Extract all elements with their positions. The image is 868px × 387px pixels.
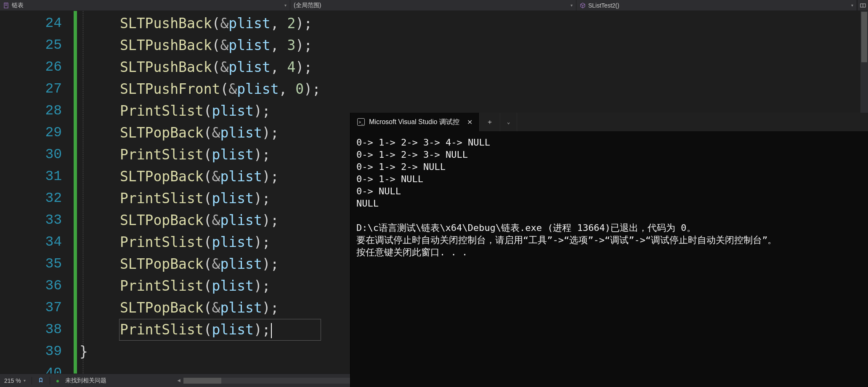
breadcrumb-file-label: 链表	[12, 2, 24, 9]
line-number: 26	[0, 56, 62, 78]
line-number-gutter: 2425262728293031323334353637383940	[0, 11, 74, 374]
breadcrumb-scope-label: (全局范围)	[294, 2, 321, 9]
breadcrumb-file[interactable]: 链表 ▾	[0, 0, 290, 11]
chevron-down-icon: ▾	[284, 3, 287, 8]
terminal-icon: >_	[357, 118, 365, 126]
bookmark-icon[interactable]	[38, 376, 44, 384]
breadcrumb-function-label: SListTest2()	[588, 2, 619, 9]
horizontal-scrollbar[interactable]: ◀	[174, 374, 350, 387]
line-number: 38	[0, 319, 62, 341]
line-number: 35	[0, 253, 62, 275]
code-line[interactable]: SLTPushFront(&plist, 0);	[120, 78, 868, 100]
console-output[interactable]: 0-> 1-> 2-> 3-> 4-> NULL 0-> 1-> 2-> 3->…	[350, 131, 868, 387]
breadcrumb-bar: 链表 ▾ (全局范围) ▾ SListTest2() ▾	[0, 0, 868, 11]
tab-dropdown-button[interactable]: ⌄	[500, 113, 517, 131]
svg-rect-1	[5, 4, 7, 4]
code-line[interactable]: SLTPushBack(&plist, 2);	[120, 13, 868, 34]
change-indicator	[74, 11, 78, 374]
line-number: 37	[0, 297, 62, 319]
breadcrumb-function[interactable]: SListTest2() ▾	[576, 0, 857, 11]
issues-label[interactable]: 未找到相关问题	[65, 377, 106, 384]
line-number: 34	[0, 231, 62, 253]
line-number: 24	[0, 13, 62, 34]
line-number: 32	[0, 188, 62, 209]
scrollbar-thumb[interactable]	[861, 12, 867, 62]
scrollbar-track[interactable]	[183, 378, 350, 384]
line-number: 36	[0, 275, 62, 297]
line-number: 31	[0, 166, 62, 188]
line-number: 28	[0, 100, 62, 122]
scrollbar-thumb[interactable]	[183, 378, 221, 384]
svg-rect-2	[5, 5, 7, 5]
debug-console-window: >_ Microsoft Visual Studio 调试控 ✕ ＋ ⌄ 0->…	[350, 113, 868, 387]
chevron-down-icon: ▾	[851, 3, 853, 8]
code-line[interactable]: SLTPushBack(&plist, 3);	[120, 34, 868, 56]
indent-guides	[78, 11, 99, 374]
method-icon	[580, 3, 586, 8]
chevron-down-icon: ▾	[24, 378, 26, 383]
current-line-highlight	[119, 319, 321, 341]
line-number: 27	[0, 78, 62, 100]
breadcrumb-scope[interactable]: (全局范围) ▾	[290, 0, 576, 11]
zoom-level[interactable]: 215 %	[4, 377, 21, 384]
line-number: 29	[0, 122, 62, 144]
console-tab-bar: >_ Microsoft Visual Studio 调试控 ✕ ＋ ⌄	[350, 113, 868, 131]
status-ok-icon: ●	[56, 377, 59, 384]
code-line[interactable]: SLTPushBack(&plist, 4);	[120, 56, 868, 78]
chevron-down-icon: ▾	[571, 3, 573, 8]
line-number: 39	[0, 341, 62, 363]
close-icon[interactable]: ✕	[467, 118, 472, 126]
line-number: 30	[0, 144, 62, 166]
console-tab[interactable]: >_ Microsoft Visual Studio 调试控 ✕	[350, 113, 480, 131]
line-number: 33	[0, 209, 62, 231]
line-number: 25	[0, 34, 62, 56]
console-tab-title: Microsoft Visual Studio 调试控	[369, 118, 459, 127]
split-editor-button[interactable]	[857, 0, 868, 11]
file-icon	[3, 3, 9, 8]
new-tab-button[interactable]: ＋	[480, 113, 500, 131]
scroll-left-arrow[interactable]: ◀	[174, 377, 183, 384]
